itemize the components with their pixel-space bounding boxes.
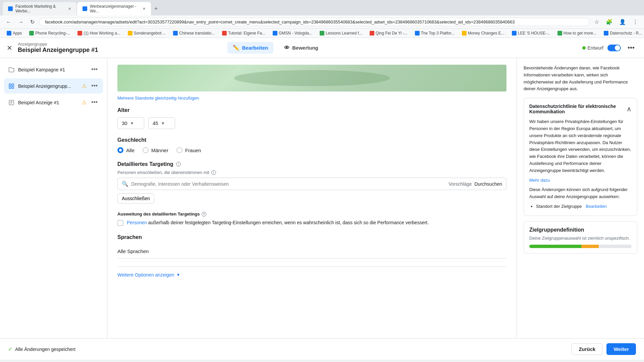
extensions-button[interactable]: 🧩 — [604, 17, 614, 26]
bookmarks-bar: Apps Phone Recycling-... (1) How Working… — [0, 29, 644, 38]
expansion-checkbox[interactable] — [117, 220, 123, 226]
bookmark-apps[interactable]: Apps — [4, 30, 24, 36]
bookmark-sonder[interactable]: Sonderangebot:... — [125, 30, 168, 36]
toggle-button[interactable] — [607, 45, 621, 51]
bookmark-lessons[interactable]: Lessons Learned f... — [317, 30, 365, 36]
privacy-body: Wir haben unsere Privatsphäre-Einstellun… — [529, 118, 632, 210]
personen-link[interactable]: Personen — [127, 220, 147, 225]
chevron-down-icon: ▼ — [176, 273, 180, 277]
profile-button[interactable]: 👤 — [617, 17, 628, 26]
edit-button[interactable]: ✏️ Bearbeiten — [227, 42, 274, 54]
gender-alle-option[interactable]: Alle — [117, 147, 135, 153]
tab2-close[interactable]: ✕ — [143, 7, 146, 11]
menu-button[interactable]: ⋮ — [631, 17, 640, 26]
targeting-title: Detailliertes Targeting — [117, 161, 173, 167]
ad-menu-button[interactable]: ••• — [90, 98, 99, 107]
more-options-button[interactable]: Weitere Optionen anzeigen ▼ — [117, 272, 180, 278]
age-min-select[interactable]: 30 ▼ — [117, 117, 144, 129]
browser-tab-1[interactable]: Facebook Marketing & Werbe... ✕ — [3, 2, 76, 15]
bookmark-chinese[interactable]: Chinese translatio... — [170, 30, 217, 36]
close-button[interactable]: ✕ — [7, 44, 12, 52]
audience-title: Zielgruppendefinition — [529, 227, 632, 233]
new-tab-button[interactable]: + — [152, 4, 161, 14]
collapse-button[interactable]: ∧ — [627, 105, 632, 113]
header-center: ✏️ Bearbeiten 👁 Bewertung — [227, 42, 324, 54]
privacy-header[interactable]: Datenschutzrichtlinie für elektronische … — [529, 104, 632, 114]
languages-title: Sprachen — [117, 234, 506, 240]
bookmark-icon — [415, 31, 420, 36]
bookmark-howmore[interactable]: How to get more... — [555, 30, 599, 36]
expansion-text: Personen außerhalb deiner festgelegten T… — [127, 219, 429, 226]
check-icon: ✓ — [8, 346, 12, 352]
header-title-block: Anzeigengruppe Beispiel Anzeigengruppe #… — [18, 42, 98, 54]
expansion-checkbox-row: Personen außerhalb deiner festgelegten T… — [117, 219, 506, 226]
toggle-knob — [615, 45, 620, 51]
bookmark-tutorial[interactable]: Tutorial: Eigene Fa... — [219, 30, 268, 36]
right-info-text: Bevorstehende Änderungen daran, wie Face… — [524, 65, 637, 93]
bookmark-label: Datenschutz - R... — [610, 31, 642, 36]
bookmark-label: Tutorial: Eigene Fa... — [228, 31, 265, 36]
bookmark-lee[interactable]: LEE 'S HOUSE-... — [509, 30, 553, 36]
audience-section: Zielgruppendefinition Deine Zielgruppena… — [524, 221, 637, 254]
bookmark-datenschutz[interactable]: Datenschutz - R... — [601, 30, 644, 36]
bookmark-icon — [512, 31, 517, 36]
adgroup-label: Beispiel Anzeigengrupp... — [18, 83, 78, 89]
age-section: Alter 30 ▼ 45 ▼ — [117, 107, 506, 129]
preview-button[interactable]: 👁 Bewertung — [279, 42, 324, 54]
bookmark-icon — [173, 31, 178, 36]
edit-label: Bearbeiten — [242, 45, 268, 51]
gender-frauen-option[interactable]: Frauen — [176, 147, 201, 153]
saved-status: ✓ Alle Änderungen gespeichert — [8, 346, 75, 352]
eye-icon: 👁 — [284, 45, 289, 51]
privacy-text-1: Wir haben unsere Privatsphäre-Einstellun… — [529, 118, 632, 174]
radio-alle — [117, 147, 123, 153]
languages-value: Alle Sprachen — [117, 244, 506, 258]
reload-button[interactable]: ↻ — [28, 17, 37, 26]
expansion-label-row: Ausweitung des detaillierten Targetings … — [117, 212, 506, 217]
next-button[interactable]: Weiter — [606, 343, 636, 355]
mehr-dazu-link[interactable]: Mehr dazu — [529, 178, 550, 183]
include-info-icon[interactable]: i — [211, 170, 216, 175]
map-link[interactable]: Mehrere Standorte gleichzeitig hinzufüge… — [117, 96, 506, 101]
expansion-info-icon[interactable]: i — [202, 212, 206, 217]
sidebar-item-campaign[interactable]: Beispiel Kampagne #1 ••• — [4, 62, 103, 77]
gender-maenner-option[interactable]: Männer — [143, 147, 168, 153]
bookmark-button[interactable]: ☆ — [592, 17, 601, 26]
bookmark-top3[interactable]: The Top 3 Platfor... — [412, 30, 458, 36]
bookmark-phone[interactable]: Phone Recycling-... — [26, 30, 73, 36]
campaign-menu-button[interactable]: ••• — [90, 65, 99, 74]
tab2-label: Werbeanzeigenmanager - We... — [90, 4, 140, 13]
change-item-link[interactable]: Bearbeiten — [586, 204, 607, 209]
back-nav-button[interactable]: ← — [4, 18, 13, 26]
include-label-row: Personen einschließen, die übereinstimme… — [117, 170, 506, 175]
bookmark-how-working[interactable]: (1) How Working a... — [75, 30, 123, 36]
tab1-favicon — [8, 6, 13, 11]
sidebar-item-ad[interactable]: Beispiel Anzeige #1 ⚠ ••• — [4, 95, 103, 110]
bookmark-icon — [370, 31, 374, 36]
preview-label: Bewertung — [292, 45, 318, 51]
browse-button[interactable]: Durchsuchen — [475, 181, 502, 187]
more-options-header-button[interactable]: ••• — [625, 43, 637, 53]
bookmark-qing[interactable]: Qing Fei De Yi -... — [367, 30, 410, 36]
bookmark-label: GMSN - Vologda... — [279, 31, 312, 36]
back-button[interactable]: Zurück — [572, 343, 602, 355]
targeting-search-box[interactable]: 🔍 Vorschläge Durchsuchen — [117, 178, 506, 190]
adgroup-menu-button[interactable]: ••• — [90, 82, 99, 90]
bookmark-gmsn[interactable]: GMSN - Vologda... — [270, 30, 315, 36]
audience-fill — [529, 245, 616, 248]
age-min-value: 30 — [122, 120, 127, 126]
app-container: ✕ Anzeigengruppe Beispiel Anzeigengruppe… — [0, 38, 644, 360]
sidebar-item-adgroup[interactable]: Beispiel Anzeigengrupp... ⚠ ••• — [4, 78, 103, 94]
chevron-down-icon: ▼ — [130, 121, 134, 126]
exclude-button[interactable]: Ausschließen — [117, 193, 154, 203]
browser-tab-2[interactable]: Werbeanzeigenmanager - We... ✕ — [77, 2, 151, 15]
header-main-title: Beispiel Anzeigengruppe #1 — [18, 47, 98, 54]
address-bar[interactable]: facebook.com/adsmanager/manage/adsets/ed… — [39, 18, 590, 26]
tab1-close[interactable]: ✕ — [68, 7, 71, 11]
bookmark-money[interactable]: Money Changes E... — [459, 30, 507, 36]
age-max-select[interactable]: 45 ▼ — [148, 117, 175, 129]
targeting-info-icon[interactable]: i — [176, 162, 181, 167]
targeting-search-input[interactable] — [131, 181, 446, 187]
ad-label: Beispiel Anzeige #1 — [18, 100, 78, 105]
forward-nav-button[interactable]: → — [16, 18, 25, 26]
